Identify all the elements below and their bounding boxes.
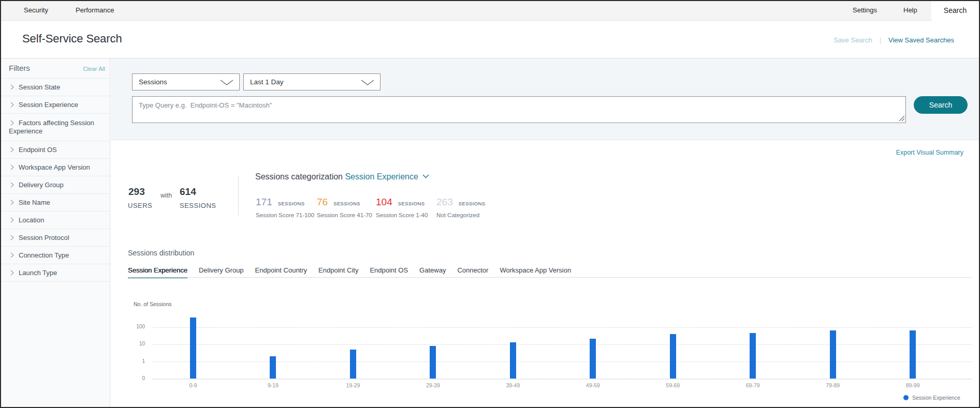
chart-x-tick-label: 49-59 — [575, 382, 611, 388]
tab-connector[interactable]: Connector — [457, 266, 488, 278]
tab-endpoint-os[interactable]: Endpoint OS — [370, 266, 408, 278]
search-panel: Sessions Last 1 Day Search — [111, 58, 980, 140]
chart-x-tick-label: 9-19 — [255, 382, 291, 388]
nav-tab-search-active[interactable]: Search — [931, 0, 979, 21]
stat-unit: SESSIONS — [459, 201, 486, 206]
chart-baseline — [152, 379, 972, 380]
time-range-select[interactable]: Last 1 Day — [243, 73, 381, 90]
chart-x-tick-label: 39-49 — [495, 382, 531, 388]
filter-item-session-experience[interactable]: Session Experience — [0, 96, 110, 114]
filter-item-label: Connection Type — [19, 251, 69, 259]
page-title: Self-Service Search — [22, 32, 122, 46]
search-button[interactable]: Search — [914, 96, 968, 114]
chart-bar — [910, 330, 916, 379]
filter-item-factors-affecting-session-experience[interactable]: Factors affecting Session Experience — [0, 114, 110, 141]
filter-item-delivery-group[interactable]: Delivery Group — [0, 176, 110, 194]
categorization-selector[interactable]: Session Experience — [345, 172, 429, 181]
chart-x-tick-label: 19-29 — [335, 382, 371, 388]
legend-label: Session Experience — [912, 395, 960, 401]
filter-item-label: Launch Type — [19, 269, 57, 277]
categorization-title-text: Sessions categorization — [255, 172, 343, 181]
stat-not-categorized: 263SESSIONS Not Categorized — [436, 197, 485, 218]
chart-bar — [190, 318, 196, 379]
chart-x-tick-label: 0-9 — [175, 382, 211, 388]
query-input[interactable] — [132, 96, 906, 123]
tab-endpoint-country[interactable]: Endpoint Country — [255, 266, 307, 278]
sessions-categorization-title: Sessions categorization Session Experien… — [255, 172, 429, 182]
filter-item-location[interactable]: Location — [0, 211, 110, 229]
link-separator: | — [880, 36, 881, 44]
chevron-right-icon — [10, 164, 14, 172]
export-visual-summary-link[interactable]: Export Visual Summary — [896, 149, 963, 156]
users-count: 293 — [128, 186, 145, 198]
filter-item-label: Session Experience — [19, 101, 78, 109]
tab-workspace-app-version[interactable]: Workspace App Version — [500, 266, 571, 278]
filter-item-label: Workspace App Version — [19, 163, 90, 171]
stat-session-score-41-70: 76SESSIONS Session Score 41-70 — [317, 197, 372, 218]
stat-value: 263 — [436, 197, 453, 208]
filter-item-label: Session Protocol — [19, 234, 69, 241]
tab-delivery-group[interactable]: Delivery Group — [199, 266, 244, 278]
with-label: with — [160, 192, 172, 199]
view-saved-searches-link[interactable]: View Saved Searches — [888, 36, 954, 44]
filter-item-launch-type[interactable]: Launch Type — [0, 264, 110, 281]
chevron-right-icon — [10, 269, 14, 278]
chart-y-tick-label: 1 — [124, 358, 145, 364]
header-links: Save Search | View Saved Searches — [833, 36, 954, 44]
stat-sub-label: Session Score 1-40 — [376, 212, 428, 218]
chevron-right-icon — [10, 182, 14, 190]
chevron-right-icon — [10, 84, 14, 92]
tab-endpoint-city[interactable]: Endpoint City — [318, 266, 358, 278]
sessions-distribution-title: Sessions distribution — [128, 249, 194, 257]
legend-dot-icon — [903, 395, 909, 400]
chevron-right-icon — [10, 217, 14, 225]
stat-unit: SESSIONS — [398, 201, 425, 206]
chart-y-tick-label: 10 — [124, 341, 145, 346]
users-label: USERS — [128, 202, 152, 209]
filter-item-workspace-app-version[interactable]: Workspace App Version — [0, 159, 110, 176]
nav-item-settings[interactable]: Settings — [853, 0, 877, 21]
tabs-divider — [128, 277, 972, 278]
chart-y-tick-label: 100 — [124, 324, 145, 329]
nav-item-performance[interactable]: Performance — [76, 0, 114, 21]
filter-item-label: Location — [19, 216, 44, 224]
chart-bar — [510, 342, 516, 379]
filter-item-site-name[interactable]: Site Name — [0, 194, 110, 211]
filters-sidebar: Filters Clear All Session State Session … — [0, 58, 110, 408]
chevron-down-icon — [422, 174, 429, 178]
app-window: Security Performance Settings Help Searc… — [0, 0, 980, 408]
distribution-tabs: Session Experience Delivery Group Endpoi… — [128, 266, 571, 278]
chart-bar — [670, 334, 676, 379]
chevron-right-icon — [10, 101, 14, 110]
chevron-right-icon — [10, 119, 14, 128]
stat-value: 76 — [317, 197, 328, 208]
save-search-link[interactable]: Save Search — [833, 36, 872, 44]
stat-session-score-71-100: 171SESSIONS Session Score 71-100 — [256, 197, 314, 218]
stat-unit: SESSIONS — [278, 201, 305, 206]
chart-gridline — [152, 379, 972, 379]
tab-gateway[interactable]: Gateway — [419, 266, 446, 278]
time-range-select-value: Last 1 Day — [250, 78, 284, 86]
chart-x-tick-label: 59-69 — [655, 382, 691, 388]
chevron-right-icon — [10, 146, 14, 155]
nav-item-security[interactable]: Security — [24, 0, 48, 21]
chart-bar — [590, 339, 596, 379]
filter-item-connection-type[interactable]: Connection Type — [0, 247, 110, 264]
filter-item-session-state[interactable]: Session State — [0, 79, 110, 96]
chart-y-axis-title: No. of Sessions — [134, 301, 172, 307]
stat-unit: SESSIONS — [333, 201, 360, 206]
tab-session-experience[interactable]: Session Experience — [128, 266, 187, 278]
nav-item-help[interactable]: Help — [903, 0, 917, 21]
chart-legend: Session Experience — [903, 395, 960, 401]
clear-all-link[interactable]: Clear All — [83, 66, 105, 72]
filters-title: Filters — [9, 64, 30, 72]
scope-select[interactable]: Sessions — [132, 73, 240, 90]
filter-item-label: Delivery Group — [19, 181, 64, 189]
scope-select-value: Sessions — [139, 78, 167, 86]
chart-x-tick-label: 69-79 — [735, 382, 771, 388]
sessions-count: 614 — [180, 186, 196, 198]
stat-sub-label: Session Score 71-100 — [256, 212, 314, 218]
filter-item-endpoint-os[interactable]: Endpoint OS — [0, 141, 110, 159]
filter-item-session-protocol[interactable]: Session Protocol — [0, 229, 110, 247]
filter-item-label: Endpoint OS — [19, 146, 57, 154]
